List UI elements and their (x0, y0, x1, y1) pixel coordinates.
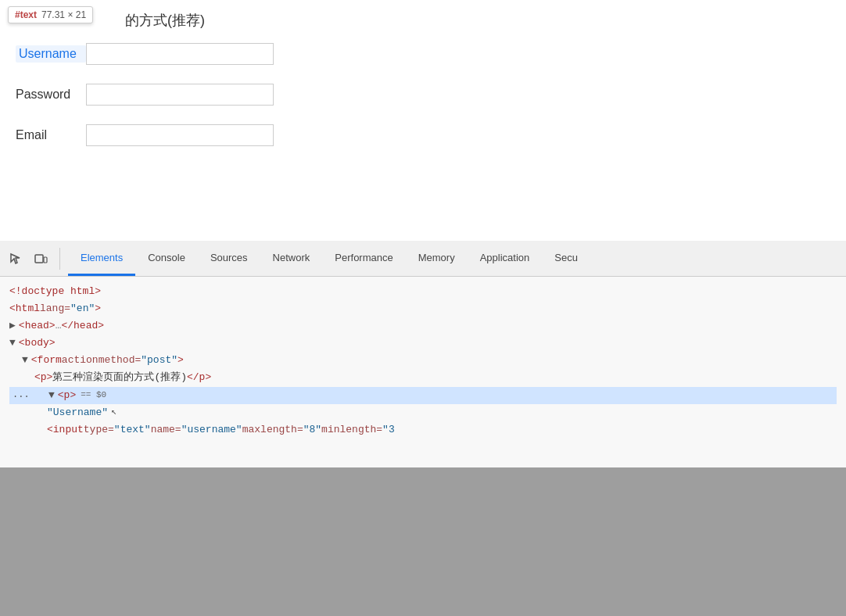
code-line-input: <input type="text" name="username" maxle… (9, 421, 837, 439)
code-line-head: ▶ <head>…</head> (9, 317, 837, 335)
tab-network[interactable]: Network (260, 241, 323, 276)
password-label: Password (16, 88, 86, 102)
devtools-panel: Elements Console Sources Network Perform… (0, 241, 846, 616)
password-row: Password (16, 84, 274, 106)
head-ellipsis: … (56, 317, 62, 335)
code-line-username-text: "Username" ↖ (9, 404, 837, 421)
tab-sources[interactable]: Sources (198, 241, 260, 276)
element-tooltip: #text 77.31 × 21 (8, 6, 93, 23)
body-tag: <body> (19, 335, 56, 352)
password-input[interactable] (86, 84, 274, 106)
email-input[interactable] (86, 124, 274, 146)
tooltip-size: 77.31 × 21 (41, 9, 86, 20)
form-action-attr: action (62, 352, 99, 369)
email-label: Email (16, 128, 86, 142)
username-input[interactable] (86, 43, 274, 65)
svg-rect-1 (44, 257, 47, 263)
page-heading: 的方式(推荐) (125, 11, 205, 30)
code-line-html: <html lang="en"> (9, 300, 837, 317)
doctype-text: <!doctype html> (9, 283, 101, 300)
select-element-icon[interactable] (5, 248, 27, 270)
tab-memory[interactable]: Memory (406, 241, 468, 276)
gray-bottom-area (0, 467, 846, 616)
head-triangle[interactable]: ▶ (9, 317, 16, 335)
device-toolbar-icon[interactable] (30, 248, 52, 270)
email-row: Email (16, 124, 274, 146)
username-text-node: "Username" (47, 404, 108, 421)
dollar-zero-badge: == $0 (81, 388, 106, 403)
devtools-tab-bar: Elements Console Sources Network Perform… (68, 241, 590, 276)
cursor-icon: ↖ (111, 404, 117, 420)
username-label: Username (16, 45, 86, 63)
page-content: #text 77.31 × 21 的方式(推荐) Username Passwo… (0, 0, 846, 241)
username-row: Username (16, 43, 274, 65)
form-triangle[interactable]: ▼ (22, 352, 28, 369)
page-form: Username Password Email (16, 43, 274, 165)
devtools-code-panel: <!doctype html> <html lang="en"> ▶ <head… (0, 277, 846, 445)
html-lang-val: "en" (70, 300, 95, 317)
tab-console[interactable]: Console (135, 241, 198, 276)
code-line-doctype: <!doctype html> (9, 283, 837, 300)
code-line-form: ▼ <form action method="post"> (9, 352, 837, 369)
devtools-icon-group (5, 248, 60, 270)
code-line-body: ▼ <body> (9, 335, 837, 352)
html-attr: lang= (40, 300, 70, 317)
code-line-p-recommend: <p>第三种渲染页面的方式(推荐)</p> (9, 369, 837, 386)
tab-security[interactable]: Secu (542, 241, 590, 276)
p-tag: <p> (58, 387, 76, 404)
code-line-p-highlighted[interactable]: ... ▼ <p> == $0 (9, 387, 837, 404)
html-open-tag: <html (9, 300, 40, 317)
body-triangle[interactable]: ▼ (9, 335, 16, 352)
tab-performance[interactable]: Performance (322, 241, 405, 276)
tab-application[interactable]: Application (468, 241, 543, 276)
tab-elements[interactable]: Elements (68, 241, 135, 276)
svg-rect-0 (35, 255, 43, 263)
p-triangle[interactable]: ▼ (48, 387, 55, 404)
tooltip-type: #text (15, 9, 37, 20)
form-tag: <form (31, 352, 62, 369)
devtools-toolbar: Elements Console Sources Network Perform… (0, 241, 846, 277)
highlight-dots: ... (9, 387, 33, 403)
head-tag: <head> (19, 317, 56, 335)
